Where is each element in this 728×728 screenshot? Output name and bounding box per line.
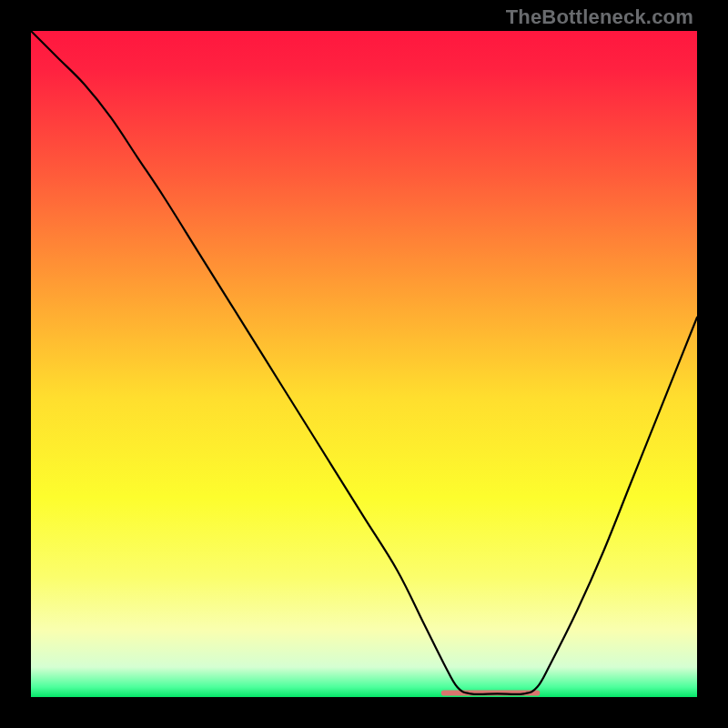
watermark-text: TheBottleneck.com	[506, 5, 693, 29]
chart-frame	[31, 31, 697, 697]
chart-background	[31, 31, 697, 697]
chart-svg	[31, 31, 697, 697]
